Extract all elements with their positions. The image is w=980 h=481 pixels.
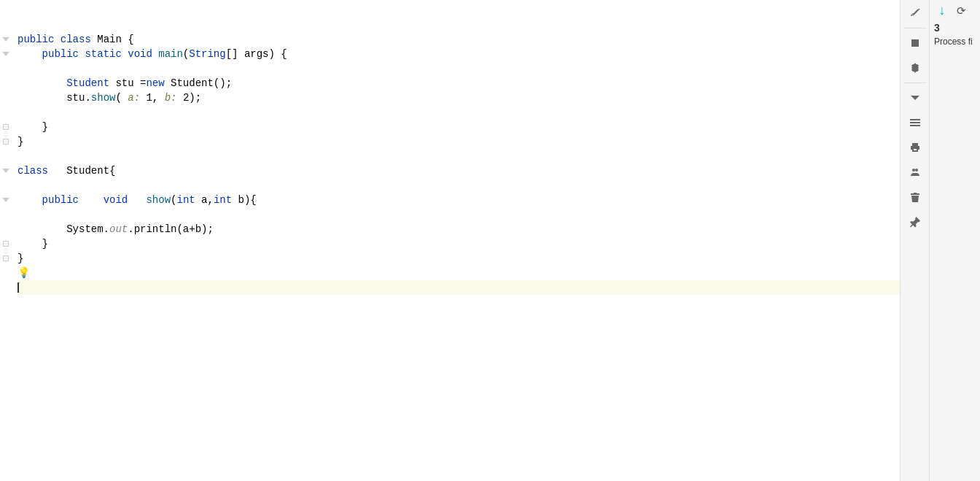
right-toolbar: ↓ ⟳ 3 Process fi xyxy=(900,0,980,481)
svg-rect-3 xyxy=(910,125,920,126)
rerun-btn[interactable]: ⟳ xyxy=(953,3,969,19)
toolbar-divider-1 xyxy=(903,28,926,28)
svg-point-5 xyxy=(915,169,918,172)
svg-point-4 xyxy=(912,169,915,172)
classname-main: Main { xyxy=(97,32,133,47)
scroll-down-icon[interactable] xyxy=(905,88,925,108)
code-line-18: } xyxy=(18,251,900,266)
fold-5 xyxy=(0,61,12,76)
fold-2 xyxy=(0,18,12,32)
code-line-8 xyxy=(18,105,900,120)
gear-icon[interactable] xyxy=(905,58,925,78)
code-line-19: 💡 xyxy=(18,266,900,280)
fold-16 xyxy=(0,222,12,236)
fold-15 xyxy=(0,207,12,222)
fold-14[interactable] xyxy=(0,193,12,207)
fold-13 xyxy=(0,178,12,193)
code-line-6: Student stu =new Student(); xyxy=(18,76,900,91)
print-icon[interactable] xyxy=(905,137,925,158)
svg-rect-1 xyxy=(910,119,920,120)
fold-10[interactable] xyxy=(0,134,12,149)
code-line-12: class Student{ xyxy=(18,163,900,178)
fold-19 xyxy=(0,266,12,280)
fold-17[interactable] xyxy=(0,236,12,251)
code-line-17: } xyxy=(18,236,900,251)
process-number: 3 xyxy=(934,22,940,34)
fold-6 xyxy=(0,76,12,91)
code-line-20[interactable] xyxy=(18,280,900,295)
svg-rect-2 xyxy=(910,122,920,123)
fold-gutter xyxy=(0,0,12,481)
code-line-5 xyxy=(18,61,900,76)
trash-icon[interactable] xyxy=(905,187,925,207)
code-line-4: public static void main(String[] args) { xyxy=(18,47,900,61)
pin-icon[interactable] xyxy=(905,212,925,232)
code-line-11 xyxy=(18,149,900,163)
fold-11 xyxy=(0,149,12,163)
fold-4[interactable] xyxy=(0,47,12,61)
fold-3[interactable] xyxy=(0,32,12,47)
users-icon[interactable] xyxy=(905,162,925,182)
run-icon-row: ↓ ⟳ xyxy=(934,3,969,19)
process-label: Process fi xyxy=(934,36,973,47)
toolbar-right-panel: ↓ ⟳ 3 Process fi xyxy=(930,0,980,481)
fold-20 xyxy=(0,280,12,295)
code-line-13 xyxy=(18,178,900,193)
fold-9[interactable] xyxy=(0,120,12,134)
code-line-3: public class Main { xyxy=(18,32,900,47)
code-line-1 xyxy=(18,3,900,18)
svg-rect-0 xyxy=(911,39,919,47)
code-line-2 xyxy=(18,18,900,32)
code-line-16: System.out.println(a+b); xyxy=(18,222,900,236)
toolbar-divider-2 xyxy=(903,82,926,83)
code-line-23 xyxy=(18,324,900,339)
lightbulb-icon: 💡 xyxy=(18,266,30,280)
stop-icon[interactable] xyxy=(905,33,925,53)
run-toolbar: ↓ ⟳ 3 Process fi xyxy=(934,3,976,47)
reorder-icon[interactable] xyxy=(905,112,925,133)
wrench-icon[interactable] xyxy=(905,3,925,23)
fold-18[interactable] xyxy=(0,251,12,266)
text-cursor xyxy=(18,282,19,293)
code-line-14: public void show(int a,int b){ xyxy=(18,193,900,207)
fold-7 xyxy=(0,91,12,105)
fold-1 xyxy=(0,3,12,18)
editor-container: public class Main { public static void m… xyxy=(0,0,900,481)
toolbar-icon-column xyxy=(901,0,930,481)
keyword-public: public xyxy=(18,32,61,47)
code-line-7: stu.show( a: 1, b: 2); xyxy=(18,91,900,105)
fold-12[interactable] xyxy=(0,163,12,178)
code-line-10: } xyxy=(18,134,900,149)
code-area[interactable]: public class Main { public static void m… xyxy=(12,0,900,481)
code-line-21 xyxy=(18,295,900,309)
fold-8 xyxy=(0,105,12,120)
scroll-down-btn[interactable]: ↓ xyxy=(934,3,950,19)
code-line-9: } xyxy=(18,120,900,134)
code-line-22 xyxy=(18,309,900,324)
keyword-class: class xyxy=(61,32,97,47)
code-line-24 xyxy=(18,339,900,353)
code-line-15 xyxy=(18,207,900,222)
